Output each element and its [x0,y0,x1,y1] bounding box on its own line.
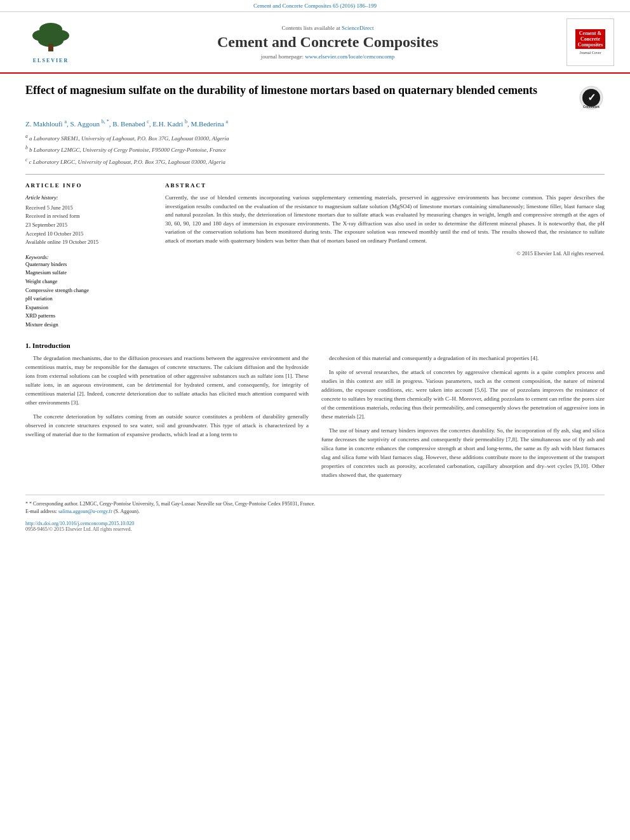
intro-p1: The degradation mechanisms, due to the d… [25,354,309,408]
abstract-section: ABSTRACT Currently, the use of blended c… [165,182,605,329]
section-title: 1. Introduction [25,342,605,349]
journal-citation: Cement and Concrete Composites 65 (2016)… [253,3,377,9]
affiliation-c: c c Laboratory LRGC, University of Lagho… [25,156,605,167]
intro-p3: decohesion of this material and conseque… [321,354,605,363]
elsevier-wordmark: ELSEVIER [33,58,69,63]
sciencedirect-line: Contents lists available at ScienceDirec… [89,25,566,31]
abstract-text: Currently, the use of blended cements in… [165,194,605,245]
header-divider [25,174,605,175]
two-column-layout: The degradation mechanisms, due to the d… [25,354,605,484]
journal-header-center: Contents lists available at ScienceDirec… [89,25,566,60]
journal-cover-logo: Cement &ConcreteComposites Journal Cover [566,18,614,66]
svg-point-6 [48,24,53,29]
intro-p2: The concrete deterioration by sulfates c… [25,413,309,439]
history-label: Article history: [25,194,152,203]
journal-header: ELSEVIER Contents lists available at Sci… [0,12,630,74]
footnote-corresponding: * * Corresponding author. L2MGC, Cergy-P… [25,500,605,508]
keywords-label: Keywords: [25,254,49,260]
footnote-email-line: E-mail address: salima.aggoun@u-cergy.fr… [25,508,605,516]
article-title-section: Effect of magnesium sulfate on the durab… [25,83,605,111]
bottom-info: http://dx.doi.org/10.1016/j.cemconcomp.2… [25,521,605,532]
author-bbenabed: B. Benabed [112,120,145,128]
elsevier-logo: ELSEVIER [13,22,89,63]
intro-para-1: The degradation mechanisms, due to the d… [25,354,309,439]
footnote-corresponding-text: * Corresponding author. L2MGC, Cergy-Pon… [29,501,315,507]
crossmark-badge: ✓ CrossMark [579,86,605,111]
journal-logo-inner: Cement &ConcreteComposites [575,29,606,49]
intro-col-right: decohesion of this material and conseque… [321,354,605,484]
keywords-section: Keywords: Quaternary binders Magnesium s… [25,253,152,330]
author-mbederina: M.Bederina [191,120,224,128]
sup-b2: b [185,119,187,124]
svg-rect-7 [49,29,53,36]
history-revised-label: Received in revised form [25,212,152,221]
article-info-heading: ARTICLE INFO [25,182,152,189]
intro-col2-text: decohesion of this material and conseque… [321,354,605,479]
author-zmakhloufi: Z. Makhloufi [25,120,63,128]
keyword-8: Mixture design [25,321,152,330]
intro-col-left: The degradation mechanisms, due to the d… [25,354,309,484]
homepage-url[interactable]: www.elsevier.com/locate/cemconcomp [305,53,394,60]
authors-line: Z. Makhloufi a, S. Aggoun b, *, B. Benab… [25,119,605,128]
journal-logo-box: Cement &ConcreteComposites Journal Cover [566,18,617,66]
svg-text:CrossMark: CrossMark [583,105,600,109]
sup-a2: a [226,119,229,124]
footnote-area: * * Corresponding author. L2MGC, Cergy-P… [25,495,605,516]
sup-a1: a [64,119,67,124]
sciencedirect-link-text[interactable]: ScienceDirect [342,25,373,31]
article-title-text: Effect of magnesium sulfate on the durab… [25,83,579,98]
email-name: (S. Aggoun). [114,509,140,514]
keyword-2: Magnesium sulfate [25,269,152,277]
doi-link[interactable]: http://dx.doi.org/10.1016/j.cemconcomp.2… [25,521,605,526]
author-saggoun: S. Aggoun [70,120,99,128]
svg-text:✓: ✓ [587,92,596,103]
copyright-line: © 2015 Elsevier Ltd. All rights reserved… [165,250,605,257]
sciencedirect-prefix: Contents lists available at [282,25,342,31]
svg-rect-5 [48,44,53,51]
intro-p4: In spite of several researches, the atta… [321,368,605,422]
journal-title: Cement and Concrete Composites [89,34,566,51]
journal-logo-subtext: Journal Cover [575,51,606,56]
author-ehkadri: E.H. Kadri [152,120,183,128]
affiliations-section: a a Laboratory SREM1, University of Lagh… [25,133,605,167]
article-info-panel: ARTICLE INFO Article history: Received 5… [25,182,152,329]
abstract-heading: ABSTRACT [165,182,605,189]
keyword-6: Expansion [25,303,152,312]
history-revised-date: 23 September 2015 [25,221,152,230]
history-online: Available online 19 October 2015 [25,238,152,247]
affiliation-a: a a Laboratory SREM1, University of Lagh… [25,133,605,143]
journal-homepage-line: journal homepage: www.elsevier.com/locat… [89,53,566,60]
top-bar: Cement and Concrete Composites 65 (2016)… [0,0,630,12]
article-history-section: Article history: Received 5 June 2015 Re… [25,194,152,247]
keywords-list: Quaternary binders Magnesium sulfate Wei… [25,260,152,330]
elsevier-logo-svg [19,22,83,57]
issn-line: 0958-9465/© 2015 Elsevier Ltd. All right… [25,526,605,532]
email-link[interactable]: salima.aggoun@u-cergy.fr [58,509,112,514]
main-content: Effect of magnesium sulfate on the durab… [0,74,630,545]
article-body: ARTICLE INFO Article history: Received 5… [25,182,605,329]
email-label: E-mail address: [25,509,58,514]
keyword-1: Quaternary binders [25,260,152,269]
keyword-5: pH variation [25,295,152,303]
introduction-section: 1. Introduction The degradation mechanis… [25,342,605,484]
sup-c1: c [147,119,149,124]
homepage-prefix: journal homepage: [261,53,305,60]
affiliation-b: b b Laboratory L2MGC, University of Cerg… [25,144,605,155]
history-accepted: Accepted 10 October 2015 [25,230,152,239]
intro-p5: The use of binary and ternary binders im… [321,427,605,480]
elsevier-branding: ELSEVIER [13,22,89,63]
keyword-3: Weight change [25,277,152,286]
keyword-4: Compressive strength change [25,286,152,295]
sup-b1: b, * [102,119,109,124]
keyword-7: XRD patterns [25,312,152,321]
crossmark-icon: ✓ CrossMark [579,86,603,110]
history-received: Received 5 June 2015 [25,204,152,213]
